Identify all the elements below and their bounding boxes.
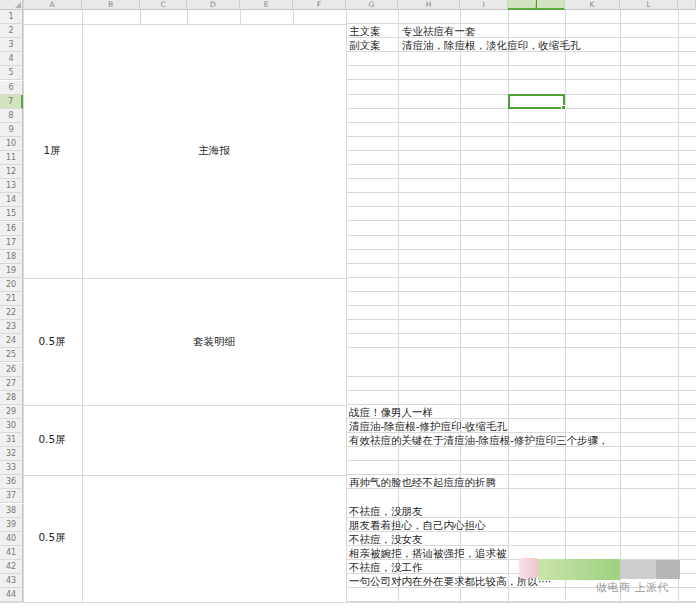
row-header-9[interactable]: 9 <box>0 123 23 137</box>
row-header-12[interactable]: 12 <box>0 165 23 179</box>
row-header-21[interactable]: 21 <box>0 292 23 306</box>
row-header-37[interactable]: 37 <box>0 489 23 503</box>
fill-handle[interactable] <box>561 105 566 110</box>
row-header-11[interactable]: 11 <box>0 151 23 165</box>
cell-H3[interactable]: 清痘油，除痘根，淡化痘印，收缩毛孔 <box>402 38 581 52</box>
cell-G3[interactable]: 副文案 <box>349 38 381 52</box>
cell-G40[interactable]: 不祛痘，没女友 <box>349 532 423 546</box>
gridline <box>460 10 461 602</box>
row-header-39[interactable]: 39 <box>0 518 23 532</box>
column-header-A[interactable]: A <box>23 0 82 10</box>
gridline <box>23 405 346 406</box>
cell-G29[interactable]: 战痘！像男人一样 <box>349 405 433 419</box>
merged-cell-content-1[interactable]: 主海报 <box>198 144 230 158</box>
row-header-31[interactable]: 31 <box>0 433 23 447</box>
cell-H2[interactable]: 专业祛痘有一套 <box>402 24 476 38</box>
cell-G42[interactable]: 不祛痘，没工作 <box>349 560 423 574</box>
row-header-7[interactable]: 7 <box>0 95 23 109</box>
column-header-F[interactable]: F <box>293 0 346 10</box>
row-header-14[interactable]: 14 <box>0 193 23 207</box>
row-header-20[interactable]: 20 <box>0 278 23 292</box>
row-header-29[interactable]: 29 <box>0 405 23 419</box>
gridline <box>620 10 621 602</box>
spreadsheet: ABCDEFGHIJKL1234567891011121314151617181… <box>0 0 696 615</box>
column-header-B[interactable]: B <box>82 0 140 10</box>
cell-G36[interactable]: 再帅气的脸也经不起痘痘的折腾 <box>349 475 496 489</box>
cell-G39[interactable]: 朋友看着担心，自己内心担心 <box>349 518 486 532</box>
row-header-33[interactable]: 33 <box>0 461 23 475</box>
row-header-36[interactable]: 36 <box>0 475 23 489</box>
row-header-38[interactable]: 38 <box>0 504 23 518</box>
row-header-6[interactable]: 6 <box>0 81 23 95</box>
column-header-E[interactable]: E <box>240 0 293 10</box>
gridline <box>140 10 141 24</box>
row-header-30[interactable]: 30 <box>0 419 23 433</box>
gridline <box>187 10 188 24</box>
watermark-text: 做电商 上派代 <box>596 580 669 595</box>
row-header-4[interactable]: 4 <box>0 52 23 66</box>
watermark-logo-pink <box>519 558 538 578</box>
gridline <box>0 602 696 603</box>
gridline <box>678 10 679 602</box>
column-header-K[interactable]: K <box>565 0 620 10</box>
row-header-17[interactable]: 17 <box>0 236 23 250</box>
merged-cell-screen-3[interactable]: 0.5屏 <box>38 433 65 447</box>
row-header-25[interactable]: 25 <box>0 348 23 362</box>
row-header-19[interactable]: 19 <box>0 264 23 278</box>
merged-cell-screen-2[interactable]: 0.5屏 <box>38 335 65 349</box>
row-header-42[interactable]: 42 <box>0 560 23 574</box>
merged-cell-screen-4[interactable]: 0.5屏 <box>38 531 65 545</box>
gridline <box>23 24 346 25</box>
column-header-H[interactable]: H <box>398 0 460 10</box>
column-header-I[interactable]: I <box>460 0 508 10</box>
row-header-40[interactable]: 40 <box>0 532 23 546</box>
watermark-logo-green <box>538 559 620 580</box>
row-header-44[interactable]: 44 <box>0 588 23 602</box>
row-header-8[interactable]: 8 <box>0 109 23 123</box>
row-header-24[interactable]: 24 <box>0 334 23 348</box>
merged-cell-screen-1[interactable]: 1屏 <box>43 144 60 158</box>
row-header-1[interactable]: 1 <box>0 10 23 24</box>
row-header-22[interactable]: 22 <box>0 306 23 320</box>
merged-cell-content-2[interactable]: 套装明细 <box>193 335 235 349</box>
row-header-32[interactable]: 32 <box>0 447 23 461</box>
cell-G2[interactable]: 主文案 <box>349 24 381 38</box>
row-header-27[interactable]: 27 <box>0 377 23 391</box>
gridline <box>565 10 566 602</box>
gridline <box>293 10 294 24</box>
select-all-corner[interactable] <box>0 0 23 10</box>
row-header-26[interactable]: 26 <box>0 363 23 377</box>
gridline <box>23 0 24 603</box>
watermark-logo-gray-light <box>620 560 656 579</box>
row-header-23[interactable]: 23 <box>0 320 23 334</box>
cell-G38[interactable]: 不祛痘，没朋友 <box>349 504 423 518</box>
gridline <box>346 10 347 602</box>
gridline <box>23 475 346 476</box>
cell-G41[interactable]: 相亲被婉拒，搭讪被强拒，追求被 <box>349 546 507 560</box>
row-header-3[interactable]: 3 <box>0 38 23 52</box>
row-header-41[interactable]: 41 <box>0 546 23 560</box>
row-header-18[interactable]: 18 <box>0 250 23 264</box>
row-header-5[interactable]: 5 <box>0 66 23 80</box>
column-header-L[interactable]: L <box>620 0 678 10</box>
selected-cell-J7[interactable] <box>508 94 565 109</box>
column-header-J[interactable]: J <box>508 0 565 10</box>
row-header-28[interactable]: 28 <box>0 391 23 405</box>
column-header-G[interactable]: G <box>346 0 398 10</box>
cell-G30[interactable]: 清痘油-除痘根-修护痘印-收缩毛孔 <box>349 419 507 433</box>
column-header-C[interactable]: C <box>140 0 187 10</box>
row-header-13[interactable]: 13 <box>0 179 23 193</box>
row-header-15[interactable]: 15 <box>0 207 23 221</box>
row-header-43[interactable]: 43 <box>0 574 23 588</box>
cell-G31[interactable]: 有效祛痘的关键在于清痘油-除痘根-修护痘印三个步骤， <box>349 433 609 447</box>
column-header-partial[interactable] <box>678 0 696 10</box>
watermark-logo-gray-dark <box>656 560 680 579</box>
gridline <box>82 10 83 602</box>
row-header-10[interactable]: 10 <box>0 137 23 151</box>
row-header-2[interactable]: 2 <box>0 24 23 38</box>
gridline <box>23 278 346 279</box>
column-header-D[interactable]: D <box>187 0 240 10</box>
gridline <box>240 10 241 24</box>
row-header-16[interactable]: 16 <box>0 222 23 236</box>
